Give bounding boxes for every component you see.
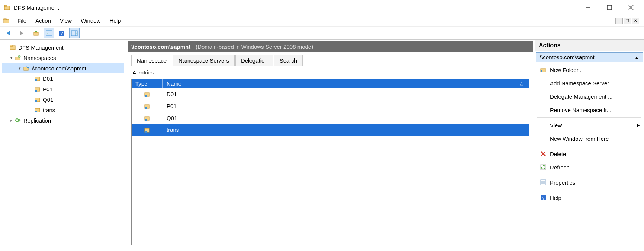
action-label: New Folder... (548, 67, 640, 73)
tree-folder-label: Q01 (41, 96, 53, 103)
mdi-close-button[interactable]: ✕ (632, 18, 639, 24)
svg-point-29 (16, 119, 19, 122)
action-label: Refresh (548, 164, 640, 171)
tree-pane: DFS Management ▾ Namespaces ▾ \\contoso.… (0, 40, 126, 251)
window-controls (583, 3, 640, 12)
row-type-icon (132, 103, 163, 109)
tab-namespace-servers[interactable]: Namespace Servers (173, 55, 235, 66)
toolbar-separator (29, 29, 29, 37)
tree-folder-trans[interactable]: trans (2, 105, 124, 115)
tree-namespaces[interactable]: ▾ Namespaces (2, 53, 124, 63)
sort-ascending-icon: △ (520, 81, 525, 86)
up-button[interactable] (31, 28, 42, 38)
namespace-icon (23, 65, 30, 71)
action-refresh[interactable]: Refresh (535, 161, 644, 174)
tree-replication[interactable]: ▸ Replication (2, 115, 124, 126)
actions-pane: Actions \\contoso.com\sapmnt ▲ New Folde… (535, 40, 644, 251)
list-header: Type Name △ (132, 79, 529, 88)
action-add-namespace-server[interactable]: Add Namespace Server... (535, 76, 644, 90)
svg-rect-26 (35, 100, 37, 102)
dfs-folder-icon (34, 86, 41, 92)
column-header-name[interactable]: Name △ (163, 79, 529, 88)
action-label: Properties (548, 179, 640, 186)
menu-help[interactable]: Help (105, 17, 125, 25)
dfs-folder-icon (34, 96, 41, 102)
svg-rect-3 (607, 5, 612, 10)
dfs-root-icon (9, 44, 17, 50)
minimize-button[interactable] (583, 3, 593, 12)
list-row[interactable]: D01 (132, 88, 529, 100)
svg-rect-22 (35, 79, 37, 81)
content-header-mode: (Domain-based in Windows Server 2008 mod… (196, 44, 313, 50)
help-icon: ? (539, 195, 548, 201)
action-label: Help (548, 195, 640, 201)
mdi-minimize-button[interactable]: – (615, 18, 623, 24)
tree-root[interactable]: DFS Management (2, 42, 124, 53)
row-type-icon (132, 127, 163, 133)
tab-search[interactable]: Search (274, 55, 303, 66)
window-title: DFS Management (14, 4, 59, 11)
tab-delegation[interactable]: Delegation (235, 55, 273, 66)
tree-root-label: DFS Management (17, 44, 64, 51)
mdi-controls: – ❐ ✕ (615, 18, 641, 24)
nav-back-button[interactable] (3, 28, 14, 38)
menu-view[interactable]: View (55, 17, 76, 25)
action-help[interactable]: ? Help (535, 191, 644, 204)
tree-namespace-label: \\contoso.com\sapmnt (30, 65, 86, 72)
entry-count: 4 entries (128, 66, 533, 79)
refresh-icon (539, 164, 548, 170)
actions-separator (537, 117, 641, 118)
tree-folder-d01[interactable]: D01 (2, 73, 124, 84)
properties-icon (539, 179, 548, 185)
svg-rect-33 (145, 107, 147, 109)
nav-forward-button[interactable] (16, 28, 26, 38)
help-button[interactable]: ? (57, 28, 67, 38)
close-button[interactable] (626, 3, 636, 12)
maximize-button[interactable] (604, 3, 615, 12)
action-properties[interactable]: Properties (535, 176, 644, 189)
actions-separator (537, 190, 641, 190)
action-remove-namespace[interactable]: Remove Namespace fr... (535, 103, 644, 117)
list-row[interactable]: P01 (132, 100, 529, 112)
tree-folder-label: D01 (41, 76, 53, 82)
mdi-restore-button[interactable]: ❐ (624, 18, 631, 24)
action-delete[interactable]: Delete (535, 147, 644, 161)
delete-icon (539, 151, 548, 157)
action-new-folder[interactable]: New Folder... (535, 63, 644, 76)
menu-file[interactable]: File (13, 17, 31, 25)
folder-new-icon (539, 67, 548, 73)
show-hide-tree-button[interactable] (44, 28, 54, 38)
row-type-icon (132, 91, 163, 97)
action-label: Add Namespace Server... (548, 80, 640, 86)
tree-folder-label: trans (41, 107, 55, 113)
tree-replication-label: Replication (22, 117, 51, 124)
tree-namespace-contoso[interactable]: ▾ \\contoso.com\sapmnt (2, 63, 124, 73)
row-name: trans (163, 127, 529, 133)
row-name: Q01 (163, 115, 529, 121)
dfs-folder-icon (34, 76, 41, 82)
column-header-type[interactable]: Type (132, 79, 163, 88)
menu-bar: File Action View Window Help – ❐ ✕ (0, 15, 644, 26)
menu-action[interactable]: Action (31, 17, 55, 25)
show-hide-action-button[interactable] (69, 28, 80, 38)
menu-window[interactable]: Window (76, 17, 105, 25)
svg-rect-8 (34, 32, 38, 35)
caret-up-icon: ▲ (635, 55, 639, 60)
tree-folder-q01[interactable]: Q01 (2, 94, 124, 105)
action-delegate-management[interactable]: Delegate Management ... (535, 90, 644, 103)
actions-separator (537, 146, 641, 146)
row-name: P01 (163, 103, 529, 109)
title-bar: DFS Management (0, 0, 644, 15)
tree-folder-p01[interactable]: P01 (2, 84, 124, 94)
list-row[interactable]: trans (132, 124, 529, 136)
action-view[interactable]: View ▶ (535, 118, 644, 132)
actions-scope[interactable]: \\contoso.com\sapmnt ▲ (536, 52, 643, 62)
svg-rect-24 (35, 90, 37, 92)
svg-rect-16 (10, 45, 13, 46)
tab-namespace[interactable]: Namespace (131, 55, 172, 66)
action-new-window[interactable]: New Window from Here (535, 132, 644, 145)
main-pane: \\contoso.com\sapmnt (Domain-based in Wi… (126, 40, 535, 251)
svg-point-18 (18, 55, 20, 58)
list-row[interactable]: Q01 (132, 112, 529, 124)
menu-app-icon (3, 18, 10, 24)
